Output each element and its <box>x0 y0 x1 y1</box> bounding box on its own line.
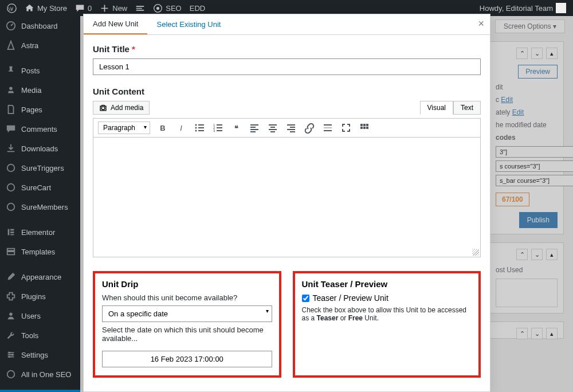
camera-icon <box>99 104 107 112</box>
teaser-help-text: Check the box above to allow this Unit t… <box>302 306 472 322</box>
comments-link[interactable]: 0 <box>75 3 92 13</box>
sidebar-item-appearance[interactable]: Appearance <box>0 267 80 287</box>
align-center-button[interactable] <box>267 122 278 134</box>
comment-icon <box>6 124 16 134</box>
toolbar-toggle-button[interactable] <box>359 122 370 134</box>
sidebar-item-elementor[interactable]: Elementor <box>0 222 80 242</box>
sidebar-item-label: Posts <box>21 66 40 75</box>
edit-publish-link[interactable]: Edit <box>512 108 524 116</box>
sidebar-item-dashboard[interactable]: Dashboard <box>0 16 80 36</box>
wp-logo[interactable] <box>7 3 17 13</box>
insert-more-button[interactable] <box>322 122 333 134</box>
teaser-checkbox[interactable] <box>302 295 309 302</box>
drip-date-input[interactable] <box>102 351 272 367</box>
shortcode-input-1[interactable] <box>496 146 573 158</box>
sidebar-item-media[interactable]: Media <box>0 80 80 100</box>
sidebar-item-aioseo[interactable]: All in One SEO <box>0 364 80 384</box>
site-name-link[interactable]: My Store <box>25 3 67 13</box>
unit-title-input[interactable] <box>93 58 481 75</box>
sidebar-item-astra[interactable]: Astra <box>0 36 80 55</box>
metabox-up-button[interactable]: ⌃ <box>516 328 528 339</box>
users-icon <box>6 311 16 321</box>
editor-toolbar: Paragraph B I 123 ❝ <box>93 118 481 137</box>
svg-point-12 <box>9 313 12 316</box>
svg-rect-10 <box>10 232 14 233</box>
metabox-down-button[interactable]: ⌄ <box>531 48 543 59</box>
metabox-up-button[interactable]: ⌃ <box>516 48 528 59</box>
avatar <box>556 3 566 13</box>
sidebar-item-surecart[interactable]: SureCart <box>0 178 80 197</box>
comment-icon <box>75 3 85 13</box>
add-media-button[interactable]: Add media <box>93 101 150 115</box>
plus-icon <box>100 3 109 13</box>
sidebar-item-templates[interactable]: Templates <box>0 242 80 261</box>
sidebar-item-downloads[interactable]: Downloads <box>0 139 80 158</box>
sidebar-item-label: Appearance <box>21 273 61 281</box>
admin-sidebar: Dashboard Astra Posts Media Pages Commen… <box>0 16 80 392</box>
svg-rect-28 <box>360 127 363 129</box>
preview-button[interactable]: Preview <box>518 65 558 79</box>
sidebar-item-users[interactable]: Users <box>0 306 80 326</box>
sidebar-item-label: Dashboard <box>21 22 58 30</box>
italic-button[interactable]: I <box>175 122 187 134</box>
settings-icon <box>6 350 16 360</box>
sidebar-item-label: Comments <box>21 125 57 134</box>
sidebar-item-suremembers[interactable]: SureMembers <box>0 197 80 217</box>
content-editor[interactable] <box>93 137 481 257</box>
metabox-toggle-button[interactable]: ▴ <box>546 249 558 260</box>
teaser-checkbox-label[interactable]: Teaser / Preview Unit <box>302 293 472 303</box>
edit-status-link[interactable]: Edit <box>501 96 513 104</box>
svg-point-16 <box>7 371 15 378</box>
metabox-up-button[interactable]: ⌃ <box>516 249 528 260</box>
metabox-toggle-button[interactable]: ▴ <box>546 328 558 339</box>
shortcode-input-2[interactable] <box>496 160 573 172</box>
sidebar-item-label: Tools <box>21 331 38 340</box>
sidebar-item-posts[interactable]: Posts <box>0 61 80 80</box>
resize-handle[interactable] <box>472 249 479 256</box>
editor-tab-text[interactable]: Text <box>453 101 481 115</box>
align-left-button[interactable] <box>249 122 260 134</box>
sidebar-item-pages[interactable]: Pages <box>0 100 80 119</box>
templates-icon <box>6 246 16 257</box>
new-content-link[interactable]: New <box>100 3 127 13</box>
format-select[interactable]: Paragraph <box>98 121 150 134</box>
tab-add-new-unit[interactable]: Add New Unit <box>84 14 147 34</box>
add-unit-modal: Add New Unit Select Existing Unit × Unit… <box>83 14 490 392</box>
svg-point-0 <box>7 3 16 12</box>
sidebar-item-label: Astra <box>21 41 38 50</box>
publish-button[interactable]: Publish <box>519 212 558 228</box>
link-button[interactable] <box>304 122 315 134</box>
metabox-toggle-button[interactable]: ▴ <box>546 48 558 59</box>
sidebar-item-suretriggers[interactable]: SureTriggers <box>0 158 80 178</box>
seo-label: SEO <box>166 4 181 13</box>
drip-availability-select[interactable]: On a specific date <box>102 305 272 322</box>
fullscreen-button[interactable] <box>340 122 352 134</box>
unit-title-label: Unit Title * <box>93 44 481 54</box>
tab-select-existing-unit[interactable]: Select Existing Unit <box>147 15 230 34</box>
most-used-tab[interactable]: ost Used <box>496 266 558 274</box>
seo-link[interactable]: SEO <box>153 3 181 13</box>
toolbar-extra[interactable] <box>135 3 145 13</box>
sidebar-item-comments[interactable]: Comments <box>0 119 80 139</box>
sidebar-item-settings[interactable]: Settings <box>0 345 80 364</box>
shortcode-input-3[interactable] <box>496 175 573 186</box>
svg-point-7 <box>7 203 15 211</box>
edd-link[interactable]: EDD <box>190 4 205 13</box>
svg-rect-29 <box>363 127 366 129</box>
sidebar-item-tools[interactable]: Tools <box>0 326 80 345</box>
sidebar-item-plugins[interactable]: Plugins <box>0 287 80 306</box>
sidebar-item-wpcourseware[interactable]: WP Courseware <box>0 390 80 392</box>
close-button[interactable]: × <box>478 18 484 30</box>
svg-rect-27 <box>366 124 368 126</box>
quote-button[interactable]: ❝ <box>230 122 242 134</box>
metabox-down-button[interactable]: ⌄ <box>531 249 543 260</box>
align-right-button[interactable] <box>285 122 297 134</box>
metabox-down-button[interactable]: ⌄ <box>531 328 543 339</box>
svg-point-2 <box>156 6 159 9</box>
account-link[interactable]: Howdy, Editorial Team <box>480 3 566 13</box>
svg-rect-11 <box>10 234 14 236</box>
number-list-button[interactable]: 123 <box>212 122 223 134</box>
editor-tab-visual[interactable]: Visual <box>420 101 453 115</box>
bold-button[interactable]: B <box>157 122 168 134</box>
bullet-list-button[interactable] <box>194 122 205 134</box>
